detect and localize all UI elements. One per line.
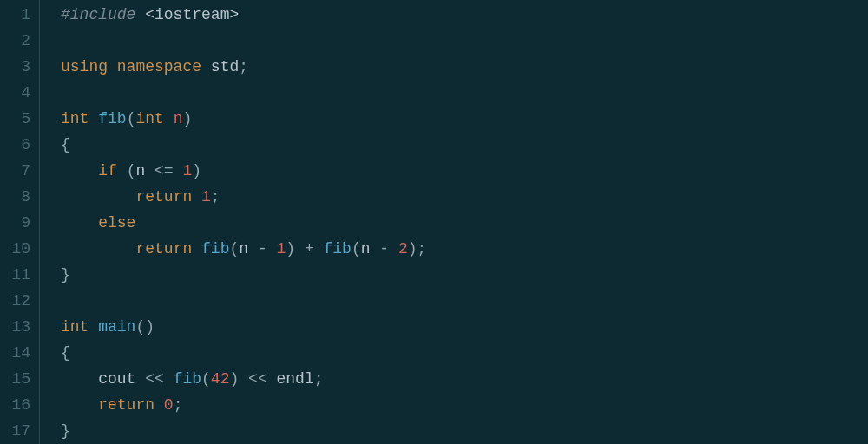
code-token (61, 240, 135, 258)
code-token: 1 (201, 188, 211, 206)
code-token: n (174, 110, 183, 127)
code-token: n (239, 240, 258, 258)
code-token: <= (155, 162, 182, 180)
code-token: ) (408, 240, 418, 258)
code-token: ; (211, 188, 220, 206)
code-token: 1 (276, 240, 286, 258)
code-line[interactable]: cout << fib(42) << endl; (61, 366, 868, 392)
code-token: ) (192, 162, 201, 180)
code-editor[interactable]: #include <iostream> using namespace std;… (40, 0, 868, 444)
code-token: fib (174, 370, 201, 388)
code-token: } (61, 266, 70, 284)
line-number: 16 (0, 392, 30, 418)
code-token: ; (174, 396, 183, 414)
code-token: ) (286, 240, 305, 258)
code-line[interactable]: { (61, 340, 868, 366)
code-token: } (61, 422, 70, 440)
code-line[interactable]: return fib(n - 1) + fib(n - 2); (61, 236, 868, 262)
code-token: ( (201, 370, 211, 388)
code-token: else (98, 214, 135, 232)
code-line[interactable]: { (61, 132, 868, 158)
line-number: 17 (0, 418, 30, 444)
code-token: main (98, 318, 135, 336)
code-token: ) (182, 110, 192, 127)
code-token: { (61, 136, 70, 153)
code-token: - (379, 240, 398, 258)
line-number: 12 (0, 288, 30, 314)
code-token: 1 (182, 162, 192, 180)
code-line[interactable]: } (61, 418, 868, 444)
code-line[interactable]: return 0; (61, 392, 868, 418)
code-line[interactable]: return 1; (61, 184, 868, 210)
code-token: fib (324, 240, 352, 258)
code-line[interactable]: if (n <= 1) (61, 158, 868, 184)
code-token: ; (418, 240, 427, 258)
code-token: endl (276, 370, 313, 388)
line-number: 11 (0, 262, 30, 288)
code-line[interactable]: #include <iostream> (61, 2, 868, 28)
code-token: std (211, 58, 239, 75)
code-token: fib (98, 110, 126, 127)
code-token (61, 162, 98, 180)
line-number: 8 (0, 184, 30, 210)
code-line[interactable]: } (61, 262, 868, 288)
code-token: 2 (398, 240, 408, 258)
code-token (61, 188, 135, 206)
code-token: return (135, 188, 201, 206)
code-token: namespace (117, 58, 211, 75)
code-token: return (98, 396, 164, 414)
line-number: 3 (0, 54, 30, 80)
line-number: 14 (0, 340, 30, 366)
code-token: ( (127, 110, 136, 127)
line-number: 13 (0, 314, 30, 340)
code-token: #include (61, 6, 145, 23)
code-token: () (135, 318, 155, 336)
line-number: 10 (0, 236, 30, 262)
code-token (61, 214, 98, 232)
code-token: fib (201, 240, 229, 258)
code-token: 0 (164, 396, 174, 414)
code-token: ; (239, 58, 248, 75)
code-token (61, 370, 98, 388)
code-token: <iostream> (145, 6, 239, 23)
code-token: cout (98, 370, 145, 388)
code-token: ) (229, 370, 248, 388)
code-line[interactable] (61, 28, 868, 54)
code-token: n (135, 162, 155, 180)
code-token: ; (314, 370, 324, 388)
code-token: using (61, 58, 117, 75)
code-line[interactable]: else (61, 210, 868, 236)
code-line[interactable] (61, 288, 868, 314)
code-token: 42 (211, 370, 230, 388)
code-line[interactable]: int main() (61, 314, 868, 340)
code-token: + (305, 240, 324, 258)
line-number: 9 (0, 210, 30, 236)
line-number-gutter: 1234567891011121314151617 (0, 0, 40, 444)
code-token: int (135, 110, 173, 127)
code-token: << (145, 370, 173, 388)
code-token: return (135, 240, 201, 258)
code-token (61, 396, 98, 414)
line-number: 1 (0, 2, 30, 28)
code-token: ( (229, 240, 239, 258)
line-number: 4 (0, 80, 30, 106)
code-token: { (61, 344, 70, 362)
line-number: 7 (0, 158, 30, 184)
line-number: 2 (0, 28, 30, 54)
code-token: int (61, 318, 98, 336)
line-number: 5 (0, 106, 30, 132)
code-token: ( (352, 240, 361, 258)
code-line[interactable]: int fib(int n) (61, 106, 868, 132)
line-number: 15 (0, 366, 30, 392)
code-token: - (258, 240, 277, 258)
code-token: int (61, 110, 98, 127)
code-token: n (361, 240, 380, 258)
code-line[interactable]: using namespace std; (61, 54, 868, 80)
code-token: if (98, 162, 126, 180)
code-token: ( (127, 162, 136, 180)
code-token: << (248, 370, 276, 388)
line-number: 6 (0, 132, 30, 158)
code-line[interactable] (61, 80, 868, 106)
